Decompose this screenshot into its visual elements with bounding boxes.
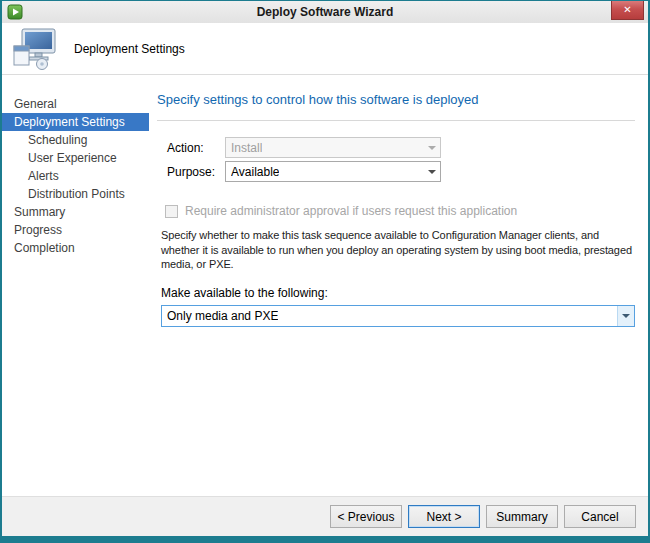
require-approval-label: Require administrator approval if users …: [185, 204, 517, 218]
page-title: Deployment Settings: [74, 42, 185, 56]
window-title: Deploy Software Wizard: [2, 1, 648, 23]
close-icon: ✕: [623, 4, 631, 15]
purpose-select[interactable]: Available: [225, 161, 441, 182]
purpose-value: Available: [231, 165, 279, 179]
purpose-label: Purpose:: [167, 165, 225, 179]
chevron-down-icon[interactable]: [617, 306, 634, 326]
sidebar-item-scheduling[interactable]: Scheduling: [2, 131, 149, 149]
make-available-label: Make available to the following:: [161, 286, 635, 300]
software-deployment-icon: [12, 28, 58, 70]
wizard-nav: General Deployment Settings Scheduling U…: [2, 75, 149, 496]
sidebar-item-alerts[interactable]: Alerts: [2, 167, 149, 185]
availability-description: Specify whether to make this task sequen…: [161, 228, 635, 272]
content-heading: Specify settings to control how this sof…: [157, 92, 635, 107]
wizard-content: Specify settings to control how this sof…: [149, 75, 648, 496]
sidebar-item-general[interactable]: General: [2, 95, 149, 113]
cancel-button[interactable]: Cancel: [564, 505, 636, 528]
action-row: Action: Install: [167, 137, 635, 158]
sidebar-item-user-experience[interactable]: User Experience: [2, 149, 149, 167]
sidebar-item-summary[interactable]: Summary: [2, 203, 149, 221]
summary-button[interactable]: Summary: [486, 505, 558, 528]
wizard-body: General Deployment Settings Scheduling U…: [2, 75, 648, 496]
heading-divider: [157, 120, 635, 121]
chevron-down-icon[interactable]: [423, 162, 440, 181]
deploy-software-wizard-window: Deploy Software Wizard ✕: [0, 0, 650, 543]
purpose-row: Purpose: Available: [167, 161, 635, 182]
sidebar-item-deployment-settings[interactable]: Deployment Settings: [2, 113, 149, 131]
chevron-down-icon: [423, 138, 440, 157]
wizard-footer: < Previous Next > Summary Cancel: [2, 496, 648, 536]
require-approval-checkbox: [165, 205, 178, 218]
next-button[interactable]: Next >: [408, 505, 480, 528]
action-select: Install: [225, 137, 441, 158]
wizard-banner: Deployment Settings: [2, 23, 648, 75]
sidebar-item-progress[interactable]: Progress: [2, 221, 149, 239]
settings-form: Action: Install Purpose: Available Re: [161, 137, 635, 327]
sidebar-item-completion[interactable]: Completion: [2, 239, 149, 257]
close-button[interactable]: ✕: [611, 1, 644, 20]
titlebar[interactable]: Deploy Software Wizard ✕: [2, 1, 648, 23]
sidebar-item-distribution-points[interactable]: Distribution Points: [2, 185, 149, 203]
make-available-value: Only media and PXE: [167, 309, 278, 323]
approval-row: Require administrator approval if users …: [165, 204, 635, 218]
make-available-select[interactable]: Only media and PXE: [161, 305, 635, 327]
action-label: Action:: [167, 141, 225, 155]
action-value: Install: [231, 141, 262, 155]
previous-button[interactable]: < Previous: [330, 505, 402, 528]
